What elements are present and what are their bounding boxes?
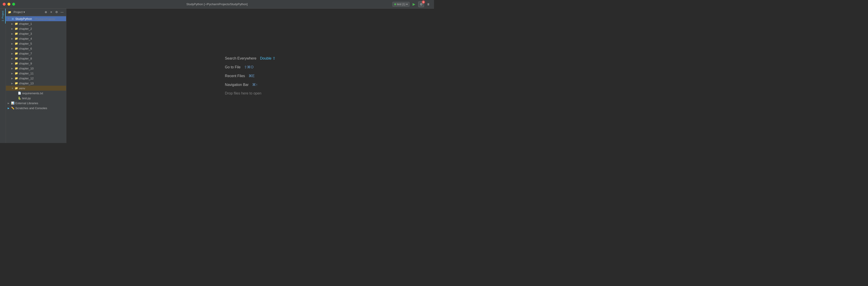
list-item[interactable]: ▶ 📁 chapter_6 bbox=[6, 46, 66, 51]
root-folder-name: StudyPython ~/PycharmProjects/ bbox=[16, 17, 66, 21]
navigation-bar-shortcut: ⌘↑ bbox=[252, 83, 257, 87]
folder-icon: ▣ bbox=[11, 17, 14, 21]
gear-icon-button[interactable]: ⚙ bbox=[54, 10, 59, 14]
folder-name: chapter_10 bbox=[19, 67, 66, 70]
expand-arrow: ▶ bbox=[11, 72, 14, 75]
recent-files-shortcut: ⌘E bbox=[249, 74, 255, 78]
minimize-button[interactable] bbox=[7, 3, 10, 6]
close-panel-button[interactable]: — bbox=[60, 10, 64, 14]
file-tree[interactable]: ▼ ▣ StudyPython ~/PycharmProjects/ ▶ 📁 c… bbox=[6, 16, 66, 143]
list-item[interactable]: ▶ 📁 chapter_11 bbox=[6, 71, 66, 76]
sidebar-item-project[interactable]: 1: Project bbox=[0, 8, 6, 24]
folder-name: chapter_9 bbox=[19, 62, 66, 65]
expand-arrow: ▶ bbox=[11, 47, 14, 50]
navigation-bar-row: Navigation Bar ⌘↑ bbox=[225, 83, 275, 87]
list-item[interactable]: ▶ 📁 chapter_1 bbox=[6, 21, 66, 26]
folder-name: chapter_11 bbox=[19, 72, 66, 75]
list-item[interactable]: ▶ 📁 chapter_2 bbox=[6, 26, 66, 31]
expand-arrow: ▶ bbox=[11, 28, 14, 30]
tree-root-item[interactable]: ▼ ▣ StudyPython ~/PycharmProjects/ bbox=[6, 16, 66, 21]
scratches-consoles-label: Scratches and Consoles bbox=[16, 106, 66, 110]
collapse-all-button[interactable]: ≡ bbox=[49, 10, 54, 14]
list-item[interactable]: ▶ 📁 chapter_5 bbox=[6, 41, 66, 46]
folder-icon: 📁 bbox=[14, 32, 18, 35]
folder-name: chapter_3 bbox=[19, 32, 66, 35]
list-item[interactable]: ▶ 📁 chapter_4 bbox=[6, 36, 66, 41]
settings-button[interactable]: ⚙ 1 bbox=[418, 1, 424, 7]
side-tab-strip: 1: Project bbox=[0, 8, 6, 143]
list-item[interactable]: ▶ 🐍 test.py bbox=[6, 96, 66, 101]
file-txt-icon: 📄 bbox=[18, 91, 21, 95]
list-item[interactable]: ▶ 📄 requirements.txt bbox=[6, 91, 66, 96]
list-item[interactable]: ▶ 📁 chapter_3 bbox=[6, 31, 66, 36]
external-libraries-icon: 📊 bbox=[11, 101, 14, 105]
titlebar: StudyPython [~/PycharmProjects/StudyPyth… bbox=[0, 0, 434, 8]
run-config-button[interactable]: test (1) ▾ bbox=[392, 2, 410, 7]
folder-icon: 📁 bbox=[14, 57, 18, 60]
file-name: requirements.txt bbox=[22, 92, 66, 95]
folder-name: chapter_7 bbox=[19, 52, 66, 55]
drop-files-row: Drop files here to open bbox=[225, 91, 275, 95]
venv-folder-name: venv bbox=[19, 87, 66, 90]
welcome-panel: Search Everywhere Double ⇧ Go to File ⇧⌘… bbox=[225, 56, 275, 95]
folder-name: chapter_8 bbox=[19, 57, 66, 60]
folder-icon: 📁 bbox=[14, 71, 18, 75]
folder-name: chapter_6 bbox=[19, 47, 66, 50]
expand-arrow: ▶ bbox=[11, 23, 14, 25]
list-item[interactable]: ▶ 📁 chapter_13 bbox=[6, 81, 66, 86]
project-folder-icon: 📁 bbox=[8, 10, 11, 14]
list-item[interactable]: ▶ 📁 chapter_9 bbox=[6, 61, 66, 66]
folder-name: chapter_4 bbox=[19, 37, 66, 40]
folder-icon: 📁 bbox=[14, 42, 18, 45]
editor-area: Search Everywhere Double ⇧ Go to File ⇧⌘… bbox=[66, 8, 434, 143]
folder-name: chapter_1 bbox=[19, 22, 66, 26]
sidebar-project-label: 1: Project bbox=[1, 11, 4, 21]
list-item[interactable]: ▶ 📁 chapter_8 bbox=[6, 56, 66, 61]
search-everywhere-label: Search Everywhere bbox=[225, 56, 256, 60]
expand-arrow: ▶ bbox=[11, 32, 14, 35]
search-everywhere-row: Search Everywhere Double ⇧ bbox=[225, 56, 275, 60]
scratches-consoles-item[interactable]: ▶ ✏️ Scratches and Consoles bbox=[6, 105, 66, 110]
expand-arrow: ▼ bbox=[11, 87, 14, 90]
list-item[interactable]: ▶ 📁 chapter_12 bbox=[6, 76, 66, 81]
go-to-file-shortcut: ⇧⌘O bbox=[244, 65, 253, 69]
go-to-file-row: Go to File ⇧⌘O bbox=[225, 65, 275, 69]
external-libraries-item[interactable]: ▶ 📊 External Libraries bbox=[6, 101, 66, 105]
drop-files-label: Drop files here to open bbox=[225, 91, 261, 95]
expand-arrow: ▶ bbox=[11, 52, 14, 55]
list-item[interactable]: ▶ 📁 chapter_10 bbox=[6, 66, 66, 71]
window-title: StudyPython [~/PycharmProjects/StudyPyth… bbox=[186, 2, 247, 6]
folder-icon: 📁 bbox=[14, 37, 18, 40]
expand-arrow: ▶ bbox=[11, 77, 14, 80]
project-toolbar: 📁 Project ▾ ⊕ ≡ ⚙ — bbox=[6, 8, 66, 16]
scratches-icon: ✏️ bbox=[11, 106, 14, 110]
folder-icon: 📁 bbox=[14, 47, 18, 50]
search-everywhere-shortcut: Double ⇧ bbox=[260, 56, 275, 60]
folder-icon: 📁 bbox=[14, 27, 18, 30]
venv-folder-icon: 📁 bbox=[14, 86, 18, 90]
list-item[interactable]: ▶ 📁 chapter_7 bbox=[6, 51, 66, 56]
folder-name: chapter_12 bbox=[19, 77, 66, 80]
maximize-button[interactable] bbox=[12, 3, 15, 6]
expand-arrow: ▶ bbox=[11, 57, 14, 60]
expand-arrow: ▼ bbox=[8, 18, 11, 20]
run-button[interactable]: ▶ bbox=[411, 1, 417, 7]
folder-icon: 📁 bbox=[14, 82, 18, 85]
run-config-label: test (1) bbox=[397, 3, 405, 6]
close-button[interactable] bbox=[3, 3, 6, 6]
recent-files-row: Recent Files ⌘E bbox=[225, 74, 275, 78]
titlebar-actions: test (1) ▾ ▶ ⚙ 1 ⏸ bbox=[392, 1, 431, 7]
venv-folder-item[interactable]: ▼ 📁 venv bbox=[6, 86, 66, 91]
folder-icon: 📁 bbox=[14, 67, 18, 70]
folder-name: chapter_13 bbox=[19, 82, 66, 85]
folder-icon: 📁 bbox=[14, 52, 18, 55]
expand-arrow: ▶ bbox=[11, 62, 14, 65]
sync-icon-button[interactable]: ⊕ bbox=[43, 10, 48, 14]
chevron-down-icon: ▾ bbox=[406, 3, 408, 6]
folder-icon: 📁 bbox=[14, 62, 18, 65]
folder-name: chapter_2 bbox=[19, 27, 66, 30]
pause-button[interactable]: ⏸ bbox=[426, 1, 431, 7]
file-name: test.py bbox=[22, 97, 66, 100]
navigation-bar-label: Navigation Bar bbox=[225, 83, 249, 87]
run-indicator bbox=[394, 3, 396, 5]
